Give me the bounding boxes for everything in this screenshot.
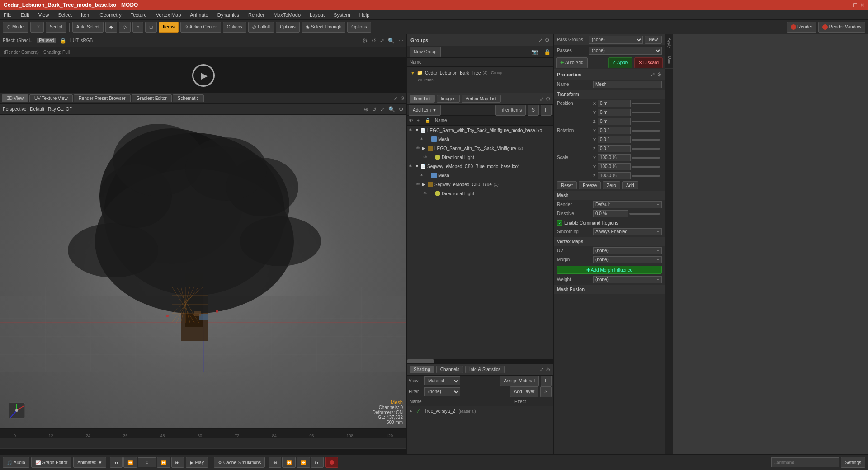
toggle-lego-group[interactable]: ▶ bbox=[422, 146, 428, 150]
menu-texture[interactable]: Texture bbox=[129, 11, 149, 19]
animated-btn[interactable]: Animated ▼ bbox=[73, 457, 106, 468]
skip-end-btn[interactable]: ⏭ bbox=[171, 457, 184, 468]
maximize-btn[interactable]: □ bbox=[853, 1, 857, 9]
pass-groups-select[interactable]: (none) bbox=[589, 36, 643, 44]
menu-render[interactable]: Render bbox=[246, 11, 266, 19]
filter-items-btn[interactable]: Filter Items bbox=[495, 105, 526, 116]
groups-settings-icon[interactable]: ⚙ bbox=[545, 37, 550, 43]
settings-btn[interactable]: Settings bbox=[841, 457, 865, 468]
viewport-rotate-icon[interactable]: ↺ bbox=[372, 106, 377, 113]
eye-icon-segway-file[interactable]: 👁 bbox=[409, 164, 415, 169]
group-item[interactable]: ▼ 📁 Cedar_Lebanon_Bark_Tree (4) : Group bbox=[409, 68, 552, 78]
eye-icon-lego[interactable]: 👁 bbox=[409, 128, 415, 132]
list-item-dir-light-2[interactable]: 👁 Directional Light bbox=[407, 189, 553, 198]
pass-groups-new-btn[interactable]: New bbox=[645, 36, 662, 44]
viewport-search2-icon[interactable]: 🔍 bbox=[388, 106, 395, 113]
mat-vis-icon[interactable]: ✓ bbox=[416, 408, 420, 414]
tab-vertex-map[interactable]: Vertex Map List bbox=[462, 95, 501, 103]
enable-command-checkbox[interactable]: ✓ bbox=[557, 220, 562, 226]
prop-dissolve-slider[interactable] bbox=[629, 213, 660, 215]
menu-maxtomodo[interactable]: MaxToModo bbox=[272, 11, 302, 19]
zero-btn[interactable]: Zero bbox=[603, 181, 620, 189]
preview-more-icon[interactable]: ⋯ bbox=[398, 38, 404, 44]
prop-scale-y[interactable]: 100.0 % bbox=[598, 163, 631, 170]
menu-dynamics[interactable]: Dynamics bbox=[216, 11, 241, 19]
options-btn-3[interactable]: Options bbox=[347, 22, 371, 33]
list-item-segway-file[interactable]: 👁 ▼ 📄 Segway_eMoped_C80_Blue_modo_base.l… bbox=[407, 162, 553, 171]
f-btn[interactable]: F bbox=[541, 105, 552, 116]
viewport-expand-icon[interactable]: ⤢ bbox=[393, 95, 397, 101]
eye-icon-segway-mesh[interactable]: 👁 bbox=[420, 173, 426, 178]
toggle-segway-group[interactable]: ▶ bbox=[422, 182, 428, 187]
close-btn[interactable]: × bbox=[861, 1, 864, 9]
eye-icon-segway-group[interactable]: 👁 bbox=[416, 182, 422, 187]
menu-edit[interactable]: Edit bbox=[19, 11, 31, 19]
step-fwd-btn[interactable]: ⏩ bbox=[157, 457, 170, 468]
groups-expand-icon[interactable]: ⤢ bbox=[538, 37, 543, 43]
falloff-btn[interactable]: ◎ Falloff bbox=[248, 22, 274, 33]
menu-select[interactable]: Select bbox=[56, 11, 74, 19]
options-btn-2[interactable]: Options bbox=[276, 22, 299, 33]
render-window-btn[interactable]: Render Window bbox=[818, 22, 865, 33]
prop-scale-z[interactable]: 100.0 % bbox=[598, 172, 631, 179]
tab-channels[interactable]: Channels bbox=[436, 366, 463, 373]
prop-rot-z[interactable]: 0.0 ° bbox=[598, 145, 631, 152]
record-btn[interactable] bbox=[326, 457, 338, 468]
prop-pos-x-slider[interactable] bbox=[632, 103, 660, 104]
sim-btn-1[interactable]: ⏮ bbox=[269, 457, 281, 468]
item-list-scroll-thumb[interactable] bbox=[407, 359, 434, 363]
preview-zoom-icon[interactable]: ⤢ bbox=[380, 38, 384, 44]
add-item-btn[interactable]: Add Item ▼ bbox=[409, 105, 441, 116]
default-label[interactable]: Default bbox=[30, 107, 44, 112]
tab-schematic[interactable]: Schematic bbox=[173, 94, 204, 102]
auto-select-btn[interactable]: Auto Select bbox=[72, 22, 104, 33]
group-expand-arrow[interactable]: ▼ bbox=[410, 70, 415, 75]
eye-icon-light2[interactable]: 👁 bbox=[423, 191, 429, 196]
add-layer-btn[interactable]: Add Layer bbox=[510, 386, 539, 397]
tab-3d-view[interactable]: 3D View bbox=[2, 94, 28, 102]
viewport-settings-icon[interactable]: ⚙ bbox=[400, 95, 405, 101]
prop-weight-dropdown[interactable]: (none) bbox=[593, 276, 662, 283]
item-list-expand-icon[interactable]: ⤢ bbox=[539, 96, 544, 102]
prop-pos-z-slider[interactable] bbox=[632, 121, 660, 122]
step-back-btn[interactable]: ⏪ bbox=[123, 457, 137, 468]
shading-view-select[interactable]: Material bbox=[424, 376, 460, 385]
new-group-btn[interactable]: New Group bbox=[410, 47, 441, 57]
prop-scale-x-slider[interactable] bbox=[632, 157, 660, 159]
discard-btn[interactable]: ✕ Discard bbox=[634, 57, 663, 68]
list-item-lego-group[interactable]: 👁 ▶ LEGO_Santa_with_Toy_Sack_Minifigure … bbox=[407, 144, 553, 153]
props-expand-icon[interactable]: ⤢ bbox=[651, 71, 655, 78]
list-item-lego-mesh[interactable]: 👁 Mesh bbox=[407, 135, 553, 144]
tab-info-stats[interactable]: Info & Statistics bbox=[465, 366, 505, 373]
add-tab-icon[interactable]: + bbox=[207, 96, 209, 101]
tab-uv-texture[interactable]: UV Texture View bbox=[29, 94, 73, 102]
apply-btn[interactable]: ✓ Apply bbox=[608, 57, 632, 68]
frame-input[interactable]: 0 bbox=[138, 457, 156, 467]
audio-btn[interactable]: 🎵 Audio bbox=[3, 457, 29, 468]
menu-system[interactable]: System bbox=[332, 11, 352, 19]
ray-gl-label[interactable]: Ray GL: Off bbox=[48, 107, 72, 112]
reset-btn[interactable]: Reset bbox=[557, 181, 577, 189]
options-btn-1[interactable]: Options bbox=[223, 22, 246, 33]
assign-material-btn[interactable]: Assign Material bbox=[500, 376, 539, 386]
tab-item-list[interactable]: Item List bbox=[410, 95, 435, 103]
menu-item[interactable]: Item bbox=[79, 11, 92, 19]
menu-geometry[interactable]: Geometry bbox=[98, 11, 123, 19]
shading-expand-icon[interactable]: ⤢ bbox=[539, 367, 544, 373]
prop-morph-dropdown[interactable]: (none) bbox=[593, 256, 662, 263]
passes-select[interactable]: (none) bbox=[589, 47, 662, 55]
prop-rot-x[interactable]: 0.0 ° bbox=[598, 127, 631, 134]
eye-icon-lego-group[interactable]: 👁 bbox=[416, 146, 422, 150]
action-center-btn[interactable]: ⊙ Action Center bbox=[180, 22, 221, 33]
eye-icon-light1[interactable]: 👁 bbox=[423, 155, 429, 160]
list-item-dir-light-1[interactable]: 👁 Directional Light bbox=[407, 153, 553, 162]
command-input[interactable] bbox=[771, 457, 839, 467]
mode-btn-3[interactable]: ○ bbox=[132, 22, 143, 33]
f2-btn[interactable]: F2 bbox=[30, 22, 44, 33]
freeze-btn[interactable]: Freeze bbox=[579, 181, 601, 189]
cache-sim-btn[interactable]: ⚙ Cache Simulations bbox=[214, 457, 265, 468]
mode-btn-2[interactable]: ◇ bbox=[119, 22, 131, 33]
material-row-tree[interactable]: ▶ ✓ Tree_versiya_2 (Material) bbox=[407, 406, 553, 416]
prop-name-value[interactable]: Mesh bbox=[593, 81, 662, 88]
prop-scale-z-slider[interactable] bbox=[632, 175, 660, 177]
